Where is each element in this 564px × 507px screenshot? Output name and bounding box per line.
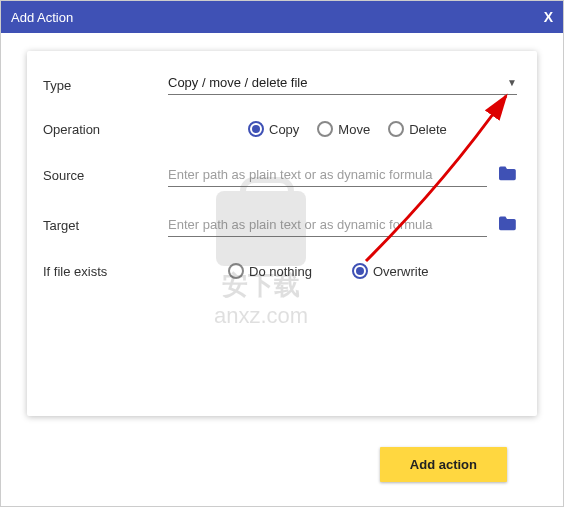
label-operation: Operation [43, 122, 168, 137]
radio-label: Delete [409, 122, 447, 137]
radio-overwrite[interactable]: Overwrite [352, 263, 429, 279]
row-source: Source [43, 163, 517, 187]
operation-radio-group: Copy Move Delete [248, 121, 447, 137]
radio-icon [352, 263, 368, 279]
radio-label: Copy [269, 122, 299, 137]
row-target: Target [43, 213, 517, 237]
folder-icon[interactable] [497, 215, 517, 235]
form-panel: Type Copy / move / delete file ▼ Operati… [27, 51, 537, 416]
label-if-exists: If file exists [43, 264, 168, 279]
radio-icon [228, 263, 244, 279]
label-target: Target [43, 218, 168, 233]
add-action-button[interactable]: Add action [380, 447, 507, 482]
radio-label: Move [338, 122, 370, 137]
radio-delete[interactable]: Delete [388, 121, 447, 137]
row-type: Type Copy / move / delete file ▼ [43, 75, 517, 95]
if-exists-radio-group: Do nothing Overwrite [228, 263, 429, 279]
type-dropdown[interactable]: Copy / move / delete file ▼ [168, 75, 517, 95]
radio-move[interactable]: Move [317, 121, 370, 137]
radio-label: Overwrite [373, 264, 429, 279]
folder-icon[interactable] [497, 165, 517, 185]
label-type: Type [43, 78, 168, 93]
row-if-exists: If file exists Do nothing Overwrite [43, 263, 517, 279]
row-operation: Operation Copy Move Delete [43, 121, 517, 137]
chevron-down-icon: ▼ [507, 77, 517, 88]
label-source: Source [43, 168, 168, 183]
dialog-title: Add Action [11, 10, 73, 25]
radio-icon [317, 121, 333, 137]
type-dropdown-value: Copy / move / delete file [168, 75, 307, 90]
close-icon[interactable]: X [544, 9, 553, 25]
radio-label: Do nothing [249, 264, 312, 279]
radio-icon [248, 121, 264, 137]
source-input[interactable] [168, 163, 487, 187]
radio-icon [388, 121, 404, 137]
target-input[interactable] [168, 213, 487, 237]
radio-do-nothing[interactable]: Do nothing [228, 263, 312, 279]
radio-copy[interactable]: Copy [248, 121, 299, 137]
title-bar: Add Action X [1, 1, 563, 33]
